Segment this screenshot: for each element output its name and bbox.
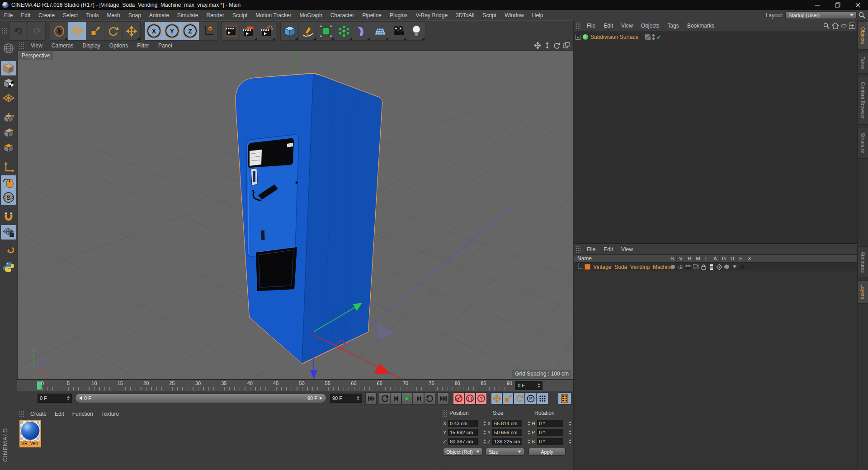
key-parameter-toggle[interactable]: P <box>525 392 536 404</box>
close-button[interactable] <box>848 0 868 10</box>
key-rotation-toggle[interactable] <box>514 392 525 404</box>
toolbar-grip[interactable] <box>2 28 8 34</box>
restore-button[interactable] <box>827 0 848 10</box>
viewport-toggle-icon[interactable] <box>563 42 570 49</box>
mat-menu-function[interactable]: Function <box>68 409 97 418</box>
scale-tool-button[interactable] <box>86 22 104 40</box>
display-tag-icon[interactable] <box>645 34 651 40</box>
key-position-toggle[interactable] <box>491 392 502 404</box>
layer-managers-icon[interactable] <box>692 264 700 269</box>
om-menu-bookmarks[interactable]: Bookmarks <box>683 21 718 30</box>
object-tree[interactable]: + Subdivision Surface ✓ <box>574 31 858 244</box>
spinner-icon[interactable] <box>65 396 70 400</box>
om-search-icon[interactable] <box>823 23 830 29</box>
timeline-ruler[interactable]: 0510 152025 303540 455055 606570 758085 … <box>17 380 573 392</box>
spinner-icon[interactable] <box>355 396 359 400</box>
lock-y-axis-button[interactable]: Y <box>163 22 181 40</box>
col-view[interactable]: V <box>676 256 685 261</box>
om-menu-tags[interactable]: Tags <box>664 21 683 30</box>
menu-3dtoall[interactable]: 3DToAll <box>452 11 478 20</box>
menu-select[interactable]: Select <box>59 11 82 20</box>
pos-z-field[interactable]: 80.387 cm <box>448 438 478 445</box>
add-cube-button[interactable] <box>281 22 299 40</box>
menu-animate[interactable]: Animate <box>145 11 173 20</box>
enable-axis-button[interactable] <box>1 160 16 175</box>
menu-edit[interactable]: Edit <box>17 11 34 20</box>
tab-objects[interactable]: Objects <box>858 22 868 50</box>
vp-menu-view[interactable]: View <box>26 42 47 50</box>
render-settings-button[interactable] <box>258 22 276 40</box>
key-scale-toggle[interactable] <box>502 392 514 404</box>
workplane-align-button[interactable] <box>1 240 16 254</box>
vp-menu-display[interactable]: Display <box>78 42 104 50</box>
minimize-button[interactable] <box>807 0 827 10</box>
tab-content-browser[interactable]: Content Browser <box>858 76 868 125</box>
redo-button[interactable] <box>28 22 45 40</box>
lock-x-axis-button[interactable]: X <box>145 22 163 40</box>
add-deformer-button[interactable] <box>353 22 371 40</box>
autokeying-button[interactable]: ( ) <box>464 392 476 404</box>
menu-character[interactable]: Character <box>326 11 359 20</box>
mat-menu-edit[interactable]: Edit <box>51 409 68 418</box>
layer-name[interactable]: Vintage_Soda_Vending_Machine <box>593 264 669 270</box>
col-render[interactable]: R <box>685 256 693 261</box>
col-xref[interactable]: X <box>745 256 754 261</box>
layer-generators-icon[interactable] <box>715 264 723 270</box>
col-expressions[interactable]: E <box>736 256 745 261</box>
texture-mode-button[interactable] <box>1 76 16 90</box>
undo-button[interactable] <box>9 22 28 40</box>
points-mode-button[interactable] <box>1 111 16 125</box>
add-light-button[interactable] <box>407 22 425 40</box>
menu-script[interactable]: Script <box>478 11 500 20</box>
lm-menu-view[interactable]: View <box>617 245 637 254</box>
coord-mode-dropdown[interactable]: Object (Rel) <box>443 448 483 456</box>
om-menu-file[interactable]: File <box>583 21 599 30</box>
add-spline-button[interactable] <box>299 22 317 40</box>
size-mode-dropdown[interactable]: Size <box>486 448 524 456</box>
col-solo[interactable]: S <box>668 256 676 261</box>
apply-button[interactable]: Apply <box>528 448 566 456</box>
spinner-icon[interactable] <box>526 430 530 435</box>
live-selection-button[interactable] <box>50 22 68 40</box>
vp-menu-cameras[interactable]: Cameras <box>47 42 78 50</box>
layer-expressions-icon[interactable] <box>731 265 738 269</box>
material-item[interactable]: VR_Ven <box>19 420 41 447</box>
lm-menu-edit[interactable]: Edit <box>599 245 617 254</box>
tab-structure[interactable]: Structure <box>858 127 868 159</box>
col-generators[interactable]: G <box>719 256 728 261</box>
render-to-picture-viewer-button[interactable] <box>240 22 258 40</box>
workplane-mode-button[interactable] <box>1 91 16 105</box>
key-pla-toggle[interactable] <box>536 392 548 404</box>
last-tool-button[interactable] <box>123 22 140 40</box>
object-name[interactable]: Subdivision Surface <box>590 34 638 40</box>
menu-window[interactable]: Window <box>500 11 528 20</box>
lock-z-axis-button[interactable]: Z <box>181 22 199 40</box>
object-manager-grip[interactable] <box>576 22 581 29</box>
camera-label[interactable]: Perspective <box>19 52 53 60</box>
size-y-field[interactable]: 50.659 cm <box>492 429 522 436</box>
col-managers[interactable]: M <box>693 256 702 261</box>
om-path-icon[interactable] <box>841 24 847 28</box>
search-commander-icon[interactable] <box>859 12 868 19</box>
pos-y-field[interactable]: 15.692 cm <box>448 429 478 436</box>
pos-x-field[interactable]: 0.43 cm <box>448 420 478 427</box>
menu-plugins[interactable]: Plugins <box>386 11 411 20</box>
menu-simulate[interactable]: Simulate <box>173 11 203 20</box>
spinner-icon[interactable] <box>567 421 571 426</box>
layer-solo-icon[interactable] <box>669 264 677 269</box>
spinner-icon[interactable] <box>526 439 530 444</box>
layer-lock-icon[interactable] <box>700 264 708 270</box>
menu-file[interactable]: File <box>0 11 17 20</box>
move-tool-button[interactable] <box>68 22 86 40</box>
layer-row[interactable]: Vintage_Soda_Vending_Machine <box>574 263 858 271</box>
polygons-mode-button[interactable] <box>1 141 16 155</box>
vp-menu-options[interactable]: Options <box>105 42 132 50</box>
object-row[interactable]: + Subdivision Surface ✓ <box>576 33 661 41</box>
coords-grip[interactable] <box>442 410 448 417</box>
simulation-mode-button[interactable]: S <box>1 190 16 205</box>
keyframe-selection-button[interactable]: ? <box>476 392 487 404</box>
current-frame-field[interactable]: 0 F <box>38 394 72 403</box>
previous-frame-button[interactable] <box>390 392 401 404</box>
spinner-icon[interactable] <box>567 439 571 444</box>
col-animation[interactable]: A <box>711 256 719 261</box>
